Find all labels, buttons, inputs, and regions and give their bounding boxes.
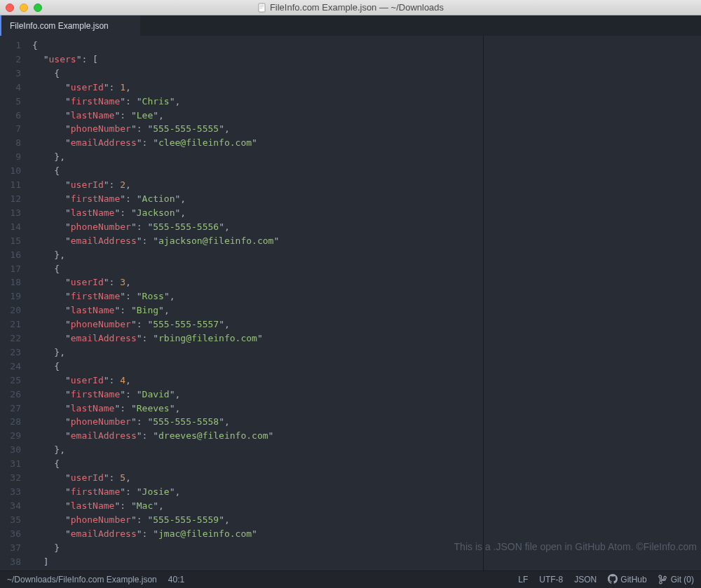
status-filepath-text: ~/Downloads/FileInfo.com Example.json (7, 575, 157, 584)
code-area[interactable]: { "users": [ { "userId": 1, "firstName":… (27, 36, 701, 570)
status-grammar[interactable]: JSON (574, 575, 597, 584)
status-cursor-text: 40:1 (168, 575, 184, 584)
status-bar: ~/Downloads/FileInfo.com Example.json 40… (0, 570, 701, 588)
status-line-ending-text: LF (518, 575, 528, 584)
status-encoding[interactable]: UTF-8 (539, 575, 563, 584)
status-cursor[interactable]: 40:1 (168, 575, 184, 584)
editor[interactable]: 1234567891011121314151617181920212223242… (0, 36, 701, 570)
file-icon (257, 3, 267, 13)
git-branch-icon (658, 575, 668, 584)
window-title-text: FileInfo.com Example.json — ~/Downloads (270, 2, 444, 13)
status-line-ending[interactable]: LF (518, 575, 528, 584)
status-grammar-text: JSON (574, 575, 597, 584)
github-icon (608, 574, 618, 586)
tab-bar: FileInfo.com Example.json (0, 15, 701, 36)
svg-rect-2 (259, 6, 264, 7)
status-filepath[interactable]: ~/Downloads/FileInfo.com Example.json (7, 575, 157, 584)
wrap-guide (483, 36, 484, 570)
line-number-gutter: 1234567891011121314151617181920212223242… (0, 36, 27, 570)
svg-rect-3 (259, 8, 262, 8)
tab-label: FileInfo.com Example.json (10, 21, 109, 31)
titlebar: FileInfo.com Example.json — ~/Downloads (0, 0, 701, 15)
status-git-text: Git (0) (671, 575, 694, 584)
status-git[interactable]: Git (0) (658, 575, 694, 584)
svg-rect-1 (259, 5, 264, 6)
status-github-text: GitHub (620, 575, 646, 584)
tab-active[interactable]: FileInfo.com Example.json (0, 15, 140, 36)
status-encoding-text: UTF-8 (539, 575, 563, 584)
window-title: FileInfo.com Example.json — ~/Downloads (0, 2, 701, 13)
status-github[interactable]: GitHub (608, 574, 646, 586)
watermark-text: This is a .JSON file open in GitHub Atom… (454, 541, 697, 552)
